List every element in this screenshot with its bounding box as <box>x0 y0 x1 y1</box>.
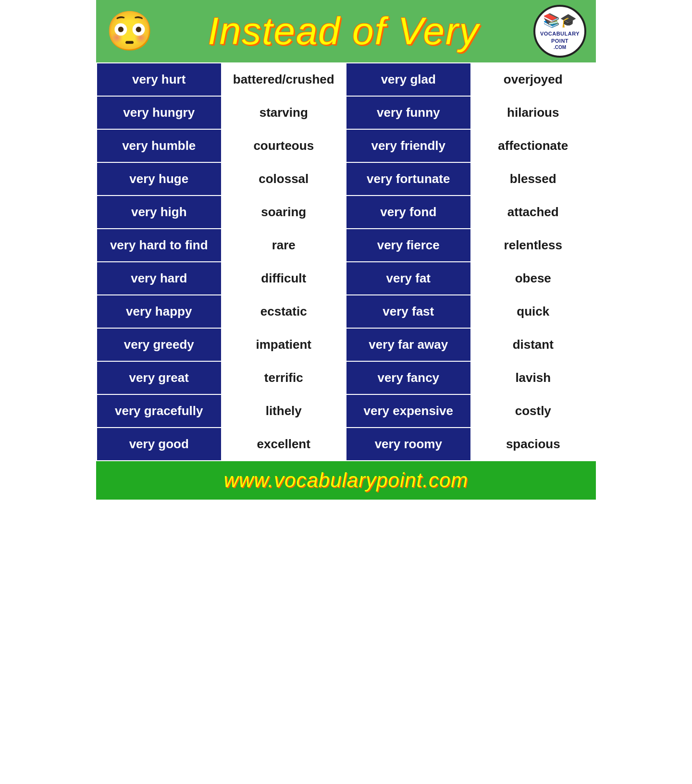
logo-line1: VOCABULARY <box>540 30 580 37</box>
phrase-cell: very hard <box>97 262 222 295</box>
synonym-cell: terrific <box>222 361 346 394</box>
synonym-cell-2: obese <box>471 262 596 295</box>
phrase-cell-2: very fat <box>346 262 471 295</box>
table-row: very happyecstaticvery fastquick <box>97 295 595 328</box>
synonym-cell-2: costly <box>471 394 596 428</box>
phrase-cell-2: very roomy <box>346 428 471 461</box>
synonym-cell: ecstatic <box>222 295 346 328</box>
phrase-cell: very gracefully <box>97 394 222 428</box>
header-title: Instead of Very <box>154 9 533 53</box>
footer-url: www.vocabularypoint.com <box>104 469 588 492</box>
phrase-cell: very greedy <box>97 328 222 361</box>
footer: www.vocabularypoint.com <box>96 461 596 500</box>
synonym-cell: difficult <box>222 262 346 295</box>
table-row: very humblecourteousvery friendlyaffecti… <box>97 129 595 162</box>
table-row: very hungrystarvingvery funnyhilarious <box>97 96 595 129</box>
synonym-cell: impatient <box>222 328 346 361</box>
synonym-cell-2: affectionate <box>471 129 596 162</box>
phrase-cell: very great <box>97 361 222 394</box>
synonym-cell-2: hilarious <box>471 96 596 129</box>
phrase-cell-2: very glad <box>346 63 471 96</box>
table-row: very hugecolossalvery fortunateblessed <box>97 162 595 196</box>
phrase-cell-2: very fierce <box>346 229 471 262</box>
synonym-cell: courteous <box>222 129 346 162</box>
synonym-cell-2: attached <box>471 196 596 229</box>
vocabulary-table: very hurtbattered/crushedvery gladoverjo… <box>96 62 596 461</box>
synonym-cell: lithely <box>222 394 346 428</box>
table-row: very greatterrificvery fancylavish <box>97 361 595 394</box>
phrase-cell-2: very expensive <box>346 394 471 428</box>
synonym-cell: battered/crushed <box>222 63 346 96</box>
table-row: very greedyimpatientvery far awaydistant <box>97 328 595 361</box>
phrase-cell-2: very fond <box>346 196 471 229</box>
phrase-cell: very happy <box>97 295 222 328</box>
synonym-cell-2: lavish <box>471 361 596 394</box>
table-row: very harddifficultvery fatobese <box>97 262 595 295</box>
synonym-cell-2: overjoyed <box>471 63 596 96</box>
synonym-cell-2: spacious <box>471 428 596 461</box>
synonym-cell-2: quick <box>471 295 596 328</box>
phrase-cell-2: very friendly <box>346 129 471 162</box>
synonym-cell: excellent <box>222 428 346 461</box>
table-row: very highsoaringvery fondattached <box>97 196 595 229</box>
synonym-cell-2: distant <box>471 328 596 361</box>
phrase-cell: very high <box>97 196 222 229</box>
table-row: very hurtbattered/crushedvery gladoverjo… <box>97 63 595 96</box>
phrase-cell-2: very funny <box>346 96 471 129</box>
phrase-cell-2: very fast <box>346 295 471 328</box>
table-row: very goodexcellentvery roomyspacious <box>97 428 595 461</box>
synonym-cell: colossal <box>222 162 346 196</box>
synonym-cell: starving <box>222 96 346 129</box>
phrase-cell-2: very fortunate <box>346 162 471 196</box>
phrase-cell: very hungry <box>97 96 222 129</box>
logo-book-icon: 📚🎓 <box>543 12 577 29</box>
vocabulary-table-container: very hurtbattered/crushedvery gladoverjo… <box>96 62 596 461</box>
synonym-cell-2: relentless <box>471 229 596 262</box>
phrase-cell: very humble <box>97 129 222 162</box>
phrase-cell: very huge <box>97 162 222 196</box>
table-row: very gracefullylithelyvery expensivecost… <box>97 394 595 428</box>
synonym-cell: rare <box>222 229 346 262</box>
vocabulary-point-logo: 📚🎓 VOCABULARY POINT .COM <box>533 5 586 58</box>
header-emoji: 😳 <box>106 12 154 50</box>
header: 😳 Instead of Very 📚🎓 VOCABULARY POINT .C… <box>96 0 596 62</box>
phrase-cell-2: very far away <box>346 328 471 361</box>
table-row: very hard to findrarevery fiercerelentle… <box>97 229 595 262</box>
phrase-cell: very hurt <box>97 63 222 96</box>
logo-line3: .COM <box>554 44 566 50</box>
phrase-cell-2: very fancy <box>346 361 471 394</box>
phrase-cell: very good <box>97 428 222 461</box>
synonym-cell: soaring <box>222 196 346 229</box>
phrase-cell: very hard to find <box>97 229 222 262</box>
synonym-cell-2: blessed <box>471 162 596 196</box>
logo-line2: POINT <box>551 37 568 44</box>
